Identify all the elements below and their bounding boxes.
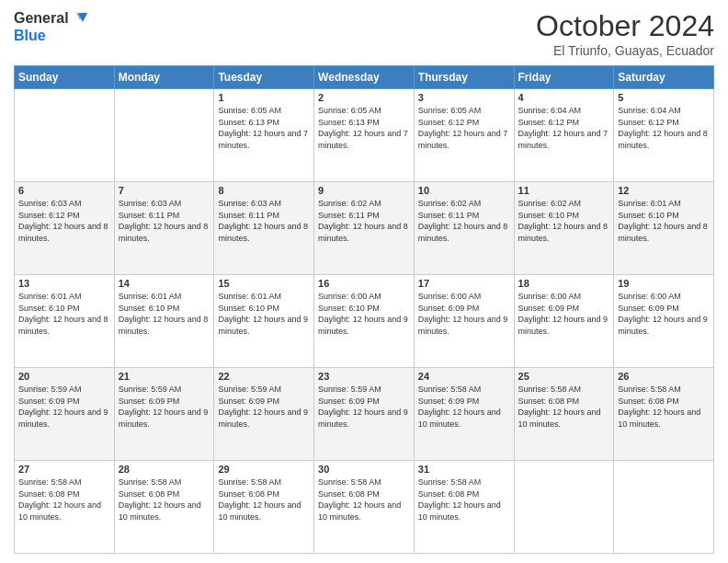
col-tuesday: Tuesday [214,66,314,89]
day-info: Sunrise: 6:03 AMSunset: 6:12 PMDaylight:… [18,198,110,244]
title-block: October 2024 El Triunfo, Guayas, Ecuador [536,9,714,58]
calendar-week-row: 13Sunrise: 6:01 AMSunset: 6:10 PMDayligh… [15,275,714,368]
table-row: 7Sunrise: 6:03 AMSunset: 6:11 PMDaylight… [114,182,214,275]
day-number: 31 [418,464,510,475]
table-row: 31Sunrise: 5:58 AMSunset: 6:08 PMDayligh… [414,461,514,554]
col-wednesday: Wednesday [314,66,415,89]
table-row: 1Sunrise: 6:05 AMSunset: 6:13 PMDaylight… [214,89,314,182]
table-row: 19Sunrise: 6:00 AMSunset: 6:09 PMDayligh… [614,275,714,368]
table-row: 11Sunrise: 6:02 AMSunset: 6:10 PMDayligh… [514,182,614,275]
day-number: 15 [218,278,310,289]
table-row [614,461,714,554]
table-row: 4Sunrise: 6:04 AMSunset: 6:12 PMDaylight… [514,89,614,182]
table-row: 22Sunrise: 5:59 AMSunset: 6:09 PMDayligh… [214,368,314,461]
table-row: 21Sunrise: 5:59 AMSunset: 6:09 PMDayligh… [114,368,214,461]
calendar-week-row: 1Sunrise: 6:05 AMSunset: 6:13 PMDaylight… [15,89,714,182]
page: General Blue October 2024 El Triunfo, Gu… [0,0,728,563]
day-info: Sunrise: 6:04 AMSunset: 6:12 PMDaylight:… [518,105,610,151]
calendar-header-row: Sunday Monday Tuesday Wednesday Thursday… [15,66,714,89]
day-info: Sunrise: 6:05 AMSunset: 6:12 PMDaylight:… [418,105,510,151]
table-row: 5Sunrise: 6:04 AMSunset: 6:12 PMDaylight… [614,89,714,182]
day-info: Sunrise: 6:04 AMSunset: 6:12 PMDaylight:… [618,105,710,151]
day-number: 23 [318,371,410,382]
day-number: 22 [218,371,310,382]
table-row: 20Sunrise: 5:59 AMSunset: 6:09 PMDayligh… [15,368,115,461]
day-number: 16 [318,278,410,289]
calendar-body: 1Sunrise: 6:05 AMSunset: 6:13 PMDaylight… [15,89,714,554]
day-info: Sunrise: 6:01 AMSunset: 6:10 PMDaylight:… [119,291,210,337]
table-row: 25Sunrise: 5:58 AMSunset: 6:08 PMDayligh… [514,368,614,461]
day-info: Sunrise: 5:58 AMSunset: 6:08 PMDaylight:… [418,477,510,523]
table-row: 10Sunrise: 6:02 AMSunset: 6:11 PMDayligh… [414,182,514,275]
day-number: 27 [18,464,110,475]
day-info: Sunrise: 5:59 AMSunset: 6:09 PMDaylight:… [318,384,410,430]
table-row: 24Sunrise: 5:58 AMSunset: 6:09 PMDayligh… [414,368,514,461]
day-info: Sunrise: 5:58 AMSunset: 6:09 PMDaylight:… [418,384,510,430]
day-number: 12 [618,185,710,196]
day-number: 8 [218,185,310,196]
day-info: Sunrise: 6:02 AMSunset: 6:11 PMDaylight:… [318,198,410,244]
day-info: Sunrise: 5:59 AMSunset: 6:09 PMDaylight:… [18,384,110,430]
day-info: Sunrise: 6:01 AMSunset: 6:10 PMDaylight:… [18,291,110,337]
table-row: 6Sunrise: 6:03 AMSunset: 6:12 PMDaylight… [15,182,115,275]
day-number: 20 [18,371,110,382]
day-number: 5 [618,92,710,103]
day-info: Sunrise: 6:00 AMSunset: 6:09 PMDaylight:… [618,291,710,337]
table-row: 16Sunrise: 6:00 AMSunset: 6:10 PMDayligh… [314,275,415,368]
day-number: 10 [418,185,510,196]
day-number: 9 [318,185,410,196]
day-number: 3 [418,92,510,103]
day-info: Sunrise: 6:00 AMSunset: 6:09 PMDaylight:… [518,291,610,337]
col-saturday: Saturday [614,66,714,89]
logo-graphic: General Blue [14,9,87,44]
calendar-week-row: 20Sunrise: 5:59 AMSunset: 6:09 PMDayligh… [15,368,714,461]
day-info: Sunrise: 5:59 AMSunset: 6:09 PMDaylight:… [218,384,310,430]
day-number: 29 [218,464,310,475]
table-row: 2Sunrise: 6:05 AMSunset: 6:13 PMDaylight… [314,89,415,182]
header: General Blue October 2024 El Triunfo, Gu… [14,9,714,58]
day-number: 11 [518,185,610,196]
day-info: Sunrise: 5:58 AMSunset: 6:08 PMDaylight:… [18,477,110,523]
col-thursday: Thursday [414,66,514,89]
table-row: 8Sunrise: 6:03 AMSunset: 6:11 PMDaylight… [214,182,314,275]
table-row: 3Sunrise: 6:05 AMSunset: 6:12 PMDaylight… [414,89,514,182]
logo-bird-icon [69,9,87,28]
table-row: 18Sunrise: 6:00 AMSunset: 6:09 PMDayligh… [514,275,614,368]
table-row: 26Sunrise: 5:58 AMSunset: 6:08 PMDayligh… [614,368,714,461]
day-info: Sunrise: 5:58 AMSunset: 6:08 PMDaylight:… [618,384,710,430]
table-row: 13Sunrise: 6:01 AMSunset: 6:10 PMDayligh… [15,275,115,368]
calendar-week-row: 6Sunrise: 6:03 AMSunset: 6:12 PMDaylight… [15,182,714,275]
table-row: 9Sunrise: 6:02 AMSunset: 6:11 PMDaylight… [314,182,415,275]
calendar-table: Sunday Monday Tuesday Wednesday Thursday… [14,65,714,554]
col-monday: Monday [114,66,214,89]
day-number: 21 [119,371,210,382]
table-row: 28Sunrise: 5:58 AMSunset: 6:08 PMDayligh… [114,461,214,554]
table-row: 30Sunrise: 5:58 AMSunset: 6:08 PMDayligh… [314,461,415,554]
day-number: 25 [518,371,610,382]
col-sunday: Sunday [15,66,115,89]
day-number: 19 [618,278,710,289]
table-row: 15Sunrise: 6:01 AMSunset: 6:10 PMDayligh… [214,275,314,368]
day-info: Sunrise: 5:58 AMSunset: 6:08 PMDaylight:… [218,477,310,523]
table-row [15,89,115,182]
day-number: 26 [618,371,710,382]
day-info: Sunrise: 5:58 AMSunset: 6:08 PMDaylight:… [119,477,210,523]
calendar-week-row: 27Sunrise: 5:58 AMSunset: 6:08 PMDayligh… [15,461,714,554]
day-info: Sunrise: 6:00 AMSunset: 6:10 PMDaylight:… [318,291,410,337]
table-row: 17Sunrise: 6:00 AMSunset: 6:09 PMDayligh… [414,275,514,368]
day-number: 2 [318,92,410,103]
day-number: 7 [119,185,210,196]
day-info: Sunrise: 5:58 AMSunset: 6:08 PMDaylight:… [318,477,410,523]
day-info: Sunrise: 6:05 AMSunset: 6:13 PMDaylight:… [318,105,410,151]
day-number: 30 [318,464,410,475]
table-row: 14Sunrise: 6:01 AMSunset: 6:10 PMDayligh… [114,275,214,368]
month-title: October 2024 [536,9,714,43]
day-info: Sunrise: 6:01 AMSunset: 6:10 PMDaylight:… [218,291,310,337]
day-info: Sunrise: 6:03 AMSunset: 6:11 PMDaylight:… [218,198,310,244]
day-info: Sunrise: 6:03 AMSunset: 6:11 PMDaylight:… [119,198,210,244]
table-row [514,461,614,554]
day-number: 6 [18,185,110,196]
day-number: 4 [518,92,610,103]
day-info: Sunrise: 6:02 AMSunset: 6:10 PMDaylight:… [518,198,610,244]
table-row: 23Sunrise: 5:59 AMSunset: 6:09 PMDayligh… [314,368,415,461]
